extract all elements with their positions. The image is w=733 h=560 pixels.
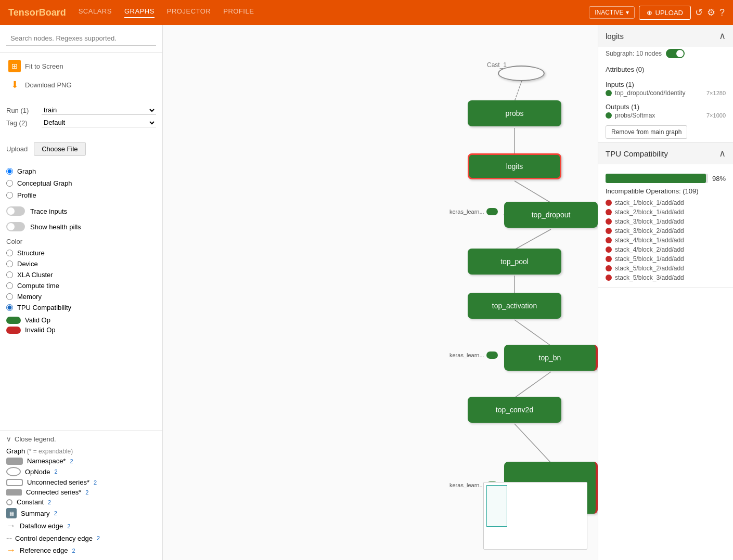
node-top-bn[interactable]: top_bn (504, 345, 598, 371)
incompat-op-3: stack_3/block_1/add/add (615, 218, 684, 225)
input-size: 7×1280 (706, 90, 726, 96)
color-structure-radio[interactable] (6, 250, 13, 256)
summary-label: Summary (21, 510, 50, 517)
subgraph-toggle[interactable] (666, 49, 685, 58)
color-device-radio[interactable] (6, 261, 13, 267)
incompat-item: stack_3/block_1/add/add (606, 217, 726, 226)
keras3-label: keras_learn... (449, 482, 484, 488)
node-probs[interactable]: probs (468, 100, 561, 126)
node-logits-label: logits (506, 162, 523, 171)
legend-control: - - Control dependency edge 2 (6, 533, 156, 543)
conceptual-radio[interactable] (6, 180, 13, 187)
graph-radio[interactable] (6, 168, 13, 175)
remove-from-graph-button[interactable]: Remove from main graph (606, 125, 687, 139)
minimap (483, 482, 587, 550)
color-compute[interactable]: Compute time (6, 280, 156, 291)
dataflow-link[interactable]: 2 (67, 523, 70, 529)
legend-graph-label: Graph (6, 447, 25, 455)
search-input[interactable] (6, 31, 156, 46)
opnode-shape (6, 467, 21, 476)
node-top-dropout[interactable]: top_dropout (504, 202, 598, 228)
control-dash-icon: - - (6, 533, 11, 543)
run-select[interactable]: train (42, 106, 156, 115)
node-logits[interactable]: logits (468, 153, 561, 179)
graph-radio-item[interactable]: Graph (6, 165, 156, 177)
fit-screen-icon: ⊞ (8, 60, 21, 72)
nav-projector[interactable]: PROJECTOR (167, 7, 211, 18)
profile-radio[interactable] (6, 192, 13, 199)
color-xla-radio[interactable] (6, 271, 13, 278)
inactive-dropdown[interactable]: INACTIVE ▾ (589, 6, 634, 19)
color-memory-label: Memory (17, 293, 42, 301)
color-label: Color (6, 238, 156, 245)
node-top-pool[interactable]: top_pool (468, 249, 561, 275)
run-row: Run (1) train (6, 106, 156, 115)
reference-link[interactable]: 2 (72, 548, 75, 554)
color-xla[interactable]: XLA Cluster (6, 269, 156, 280)
trace-inputs-toggle[interactable] (6, 206, 25, 216)
upload-section: Upload Choose File (0, 135, 162, 163)
profile-radio-item[interactable]: Profile (6, 189, 156, 201)
node-cast1[interactable] (498, 66, 545, 81)
help-icon[interactable]: ? (719, 7, 725, 18)
nav-scalars[interactable]: SCALARS (79, 7, 112, 18)
connected-link[interactable]: 2 (85, 489, 88, 496)
tag-select[interactable]: Default (42, 118, 156, 127)
tpu-title: TPU Compatibility (606, 149, 668, 158)
color-memory[interactable]: Memory (6, 291, 156, 302)
valid-op-item: Valid Op (6, 316, 156, 324)
color-device[interactable]: Device (6, 258, 156, 269)
namespace-link[interactable]: 2 (70, 458, 73, 464)
namespace-label: Namespace* (27, 457, 66, 465)
progress-bar-bg (606, 174, 708, 183)
unconnected-shape (6, 479, 23, 486)
upload-label: UPLOAD (655, 9, 683, 17)
opnode-link[interactable]: 2 (54, 468, 57, 475)
node-top-activation[interactable]: top_activation (468, 293, 561, 319)
download-png-button[interactable]: ⬇ Download PNG (6, 75, 156, 94)
red-dot-3 (606, 218, 612, 225)
reference-arrow-icon: → (6, 545, 16, 556)
node-top-pool-label: top_pool (500, 257, 529, 266)
svg-line-2 (515, 181, 551, 203)
brand-logo: TensorBoard (8, 7, 66, 18)
incompat-item: stack_5/block_2/add/add (606, 264, 726, 273)
constant-link[interactable]: 2 (48, 499, 51, 505)
collapse-icon[interactable]: ∧ (719, 30, 726, 42)
legend-section: ∨ Close legend. Graph (* = expandable) N… (0, 431, 162, 560)
color-tpu[interactable]: TPU Compatibility (6, 302, 156, 313)
color-structure[interactable]: Structure (6, 248, 156, 258)
fit-to-screen-button[interactable]: ⊞ Fit to Screen (6, 57, 156, 75)
color-tpu-radio[interactable] (6, 304, 13, 311)
conceptual-radio-label: Conceptual Graph (17, 179, 72, 187)
show-health-toggle[interactable] (6, 222, 25, 231)
choose-file-button[interactable]: Choose File (34, 142, 85, 156)
outputs-title: Outputs (1) (606, 103, 726, 111)
color-compute-label: Compute time (17, 282, 59, 290)
unconnected-link[interactable]: 2 (94, 479, 97, 486)
close-legend-button[interactable]: ∨ Close legend. (6, 435, 156, 443)
nav-graphs[interactable]: GRAPHS (124, 7, 155, 18)
summary-link[interactable]: 2 (54, 510, 57, 516)
node-top-activation-label: top_activation (492, 302, 537, 310)
main-graph[interactable]: Cast_1 probs logits keras_learn... top_d… (163, 25, 598, 560)
control-link[interactable]: 2 (97, 535, 100, 541)
refresh-icon[interactable]: ↺ (695, 7, 703, 18)
incompat-op-9: stack_5/block_3/add/add (615, 274, 684, 281)
settings-icon[interactable]: ⚙ (707, 7, 715, 18)
color-compute-radio[interactable] (6, 282, 13, 289)
color-device-label: Device (17, 260, 38, 268)
legend-dataflow: → Dataflow edge 2 (6, 520, 156, 531)
output-value-row: probs/Softmax 7×1000 (606, 112, 726, 119)
node-top-conv2d[interactable]: top_conv2d (468, 397, 561, 423)
color-section: Color Structure Device XLA Cluster Compu… (0, 235, 162, 337)
incompat-item: stack_3/block_2/add/add (606, 226, 726, 236)
tpu-collapse-icon[interactable]: ∧ (719, 148, 726, 159)
upload-button[interactable]: ⊕ UPLOAD (639, 6, 691, 20)
color-memory-radio[interactable] (6, 293, 13, 300)
nav-profile[interactable]: PROFILE (223, 7, 254, 18)
right-panel: logits ∧ Subgraph: 10 nodes Attributes (… (598, 25, 733, 560)
run-label: Run (1) (6, 107, 37, 114)
red-dot-2 (606, 209, 612, 215)
conceptual-radio-item[interactable]: Conceptual Graph (6, 177, 156, 189)
